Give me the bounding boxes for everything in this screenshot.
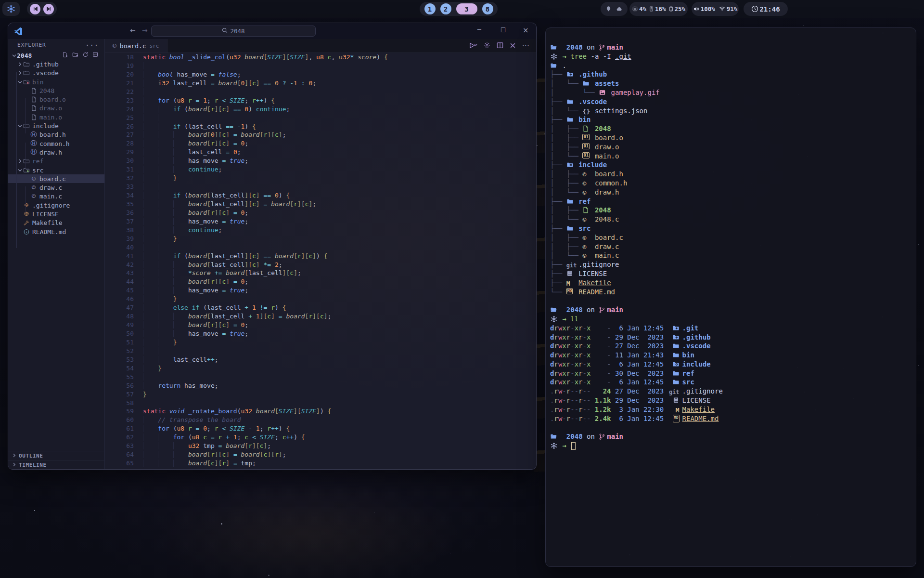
code-line: 30 has_move = true; bbox=[105, 157, 536, 165]
ls-output-row: drwxr-xr-x - 11 Jan 21:43 bin bbox=[550, 351, 911, 360]
tree-output-line: ├── ref bbox=[550, 197, 911, 206]
explorer-item-draw.c[interactable]: ©draw.c bbox=[8, 183, 104, 192]
explorer-item-.gitignore[interactable]: .gitignore bbox=[8, 201, 104, 210]
search-icon bbox=[222, 27, 228, 35]
code-line: 63 u32 tmp = board[r][c]; bbox=[105, 442, 536, 450]
speaker-icon bbox=[693, 6, 700, 12]
explorer-item-.github[interactable]: .github bbox=[8, 60, 104, 68]
explorer-item-src[interactable]: src bbox=[8, 166, 104, 174]
skip-forward-button[interactable] bbox=[43, 4, 54, 14]
tab-filename: board.c bbox=[120, 42, 146, 50]
code-line: 49 board[r][c] = 0; bbox=[105, 321, 536, 329]
c-file-icon: © bbox=[113, 42, 116, 50]
workspace-8[interactable]: 8 bbox=[482, 3, 493, 14]
code-line: 45 has_move = true; bbox=[105, 286, 536, 295]
close-button[interactable]: × bbox=[523, 26, 529, 35]
ls-output-row: .rw-r--r-- 1.2k 3 Jan 22:30 MMakefile bbox=[550, 405, 911, 414]
explorer-item-include[interactable]: include bbox=[8, 121, 104, 130]
code-line: 32 } bbox=[105, 174, 536, 183]
code-line: 58 bbox=[105, 399, 536, 407]
explorer-item-ref[interactable]: ref bbox=[8, 157, 104, 166]
outline-panel[interactable]: OUTLINE bbox=[8, 451, 104, 460]
ls-output-row: .rw-r--r-- 2.4k 6 Jan 12:45 MDREADME.md bbox=[550, 414, 911, 423]
search-value: 2048 bbox=[230, 27, 244, 35]
disk-usage: 25% bbox=[675, 5, 686, 13]
code-line: 61 for (u8 r = 0; r < SIZE - 1; r++) { bbox=[105, 424, 536, 433]
explorer-item-main.c[interactable]: ©main.c bbox=[8, 192, 104, 201]
terminal-window[interactable]: 2048 on main → tree -a -I .git .├── .git… bbox=[545, 27, 916, 567]
disk-icon bbox=[668, 6, 674, 12]
split-editor-icon[interactable] bbox=[497, 41, 503, 51]
explorer-item-draw.h[interactable]: Ⓗdraw.h bbox=[8, 148, 104, 157]
minimize-button[interactable]: ─ bbox=[477, 26, 481, 33]
gear-icon[interactable] bbox=[484, 41, 490, 51]
maximize-button[interactable]: □ bbox=[500, 26, 506, 33]
explorer-root-2048[interactable]: 2048 bbox=[8, 51, 104, 60]
tree-output-line: │ ├── © common.h bbox=[550, 179, 911, 188]
nav-back-icon[interactable]: ← bbox=[130, 26, 136, 34]
code-line: 54 } bbox=[105, 364, 536, 373]
timeline-panel[interactable]: TIMELINE bbox=[8, 460, 104, 469]
weather-widget[interactable] bbox=[601, 2, 628, 16]
explorer-item-board.h[interactable]: Ⓗboard.h bbox=[8, 131, 104, 139]
code-line: 42 board[last_cell][c] *= 2; bbox=[105, 261, 536, 269]
code-line: 53 last_cell++; bbox=[105, 355, 536, 364]
explorer-item-main.o[interactable]: main.o bbox=[8, 113, 104, 121]
collapse-all-icon[interactable] bbox=[92, 52, 99, 59]
terminal-prompt: 2048 on main bbox=[550, 432, 911, 441]
editor-tabbar: © board.c src ··· bbox=[105, 39, 536, 53]
explorer-item-.vscode[interactable]: .vscode bbox=[8, 69, 104, 78]
run-button-icon[interactable] bbox=[469, 41, 477, 51]
code-line: 33 bbox=[105, 183, 536, 191]
explorer-item-draw.o[interactable]: draw.o bbox=[8, 104, 104, 113]
tree-output-line: │ ├── 2048 bbox=[550, 206, 911, 215]
code-line: 47 else if (last_cell + 1 != r) { bbox=[105, 303, 536, 312]
ls-output-row: drwxr-xr-x - 6 Jan 12:45 .git bbox=[550, 324, 911, 333]
explorer-item-2048[interactable]: 2048 bbox=[8, 86, 104, 95]
terminal-command: → ll bbox=[550, 315, 911, 324]
launcher-button[interactable] bbox=[2, 2, 20, 16]
new-file-icon[interactable] bbox=[62, 52, 68, 59]
refresh-icon[interactable] bbox=[82, 52, 89, 59]
tree-output-line: │ └── © draw.h bbox=[550, 188, 911, 197]
skip-back-button[interactable] bbox=[30, 4, 40, 14]
cloud-icon bbox=[616, 6, 623, 12]
tree-output-line: ├── LICENSE bbox=[550, 269, 911, 278]
ls-output-row: drwxr-xr-x - 29 Dec 2023 .github bbox=[550, 333, 911, 342]
tree-output-line: │ └── {} settings.json bbox=[550, 106, 911, 116]
workspace-1[interactable]: 1 bbox=[424, 3, 436, 14]
code-line: 50 has_move = true; bbox=[105, 329, 536, 338]
volume-level: 100% bbox=[701, 5, 715, 13]
code-line: 56 return has_move; bbox=[105, 381, 536, 390]
workspace-3[interactable]: 3 bbox=[456, 3, 477, 14]
code-line: 23 for (u8 r = 1; r < SIZE; r++) { bbox=[105, 96, 536, 105]
explorer-item-README.md[interactable]: README.md bbox=[8, 227, 104, 236]
code-line: 18static bool _slide_col(u32 board[SIZE]… bbox=[105, 53, 536, 62]
code-line: 51 } bbox=[105, 338, 536, 347]
explorer-item-LICENSE[interactable]: LICENSE bbox=[8, 210, 104, 218]
workspace-2[interactable]: 2 bbox=[440, 3, 451, 14]
code-line: 27 board[0][c] = board[r][c]; bbox=[105, 131, 536, 139]
explorer-item-board.o[interactable]: board.o bbox=[8, 95, 104, 104]
code-line: 35 board[last_cell][c] = board[r][c]; bbox=[105, 200, 536, 209]
vscode-titlebar: ← → 2048 ─ □ × bbox=[8, 23, 536, 39]
nav-forward-icon[interactable]: → bbox=[142, 26, 148, 34]
close-editor-icon[interactable] bbox=[510, 41, 516, 51]
command-center-search[interactable]: 2048 bbox=[151, 26, 316, 37]
new-folder-icon[interactable] bbox=[72, 52, 78, 59]
explorer-item-bin[interactable]: bin bbox=[8, 78, 104, 86]
explorer-item-board.c[interactable]: ©board.c bbox=[8, 174, 104, 183]
code-line: 57} bbox=[105, 390, 536, 399]
explorer-item-common.h[interactable]: Ⓗcommon.h bbox=[8, 139, 104, 148]
tree-output-line: │ └── assets bbox=[550, 79, 911, 88]
tree-output-line: │ ├── 01 board.o bbox=[550, 133, 911, 143]
explorer-menu-icon[interactable]: ··· bbox=[85, 41, 99, 49]
code-editor[interactable]: 18static bool _slide_col(u32 board[SIZE]… bbox=[105, 53, 536, 469]
explorer-item-Makefile[interactable]: Makefile bbox=[8, 219, 104, 227]
tab-board.c[interactable]: © board.c src bbox=[105, 39, 167, 53]
clock-widget: 21:46 bbox=[744, 2, 788, 16]
tree-output-line: │ ├── 01 draw.o bbox=[550, 143, 911, 152]
code-line: 29 last_cell = 0; bbox=[105, 148, 536, 157]
wallpaper-glow bbox=[154, 482, 462, 578]
more-actions-icon[interactable]: ··· bbox=[522, 41, 529, 51]
